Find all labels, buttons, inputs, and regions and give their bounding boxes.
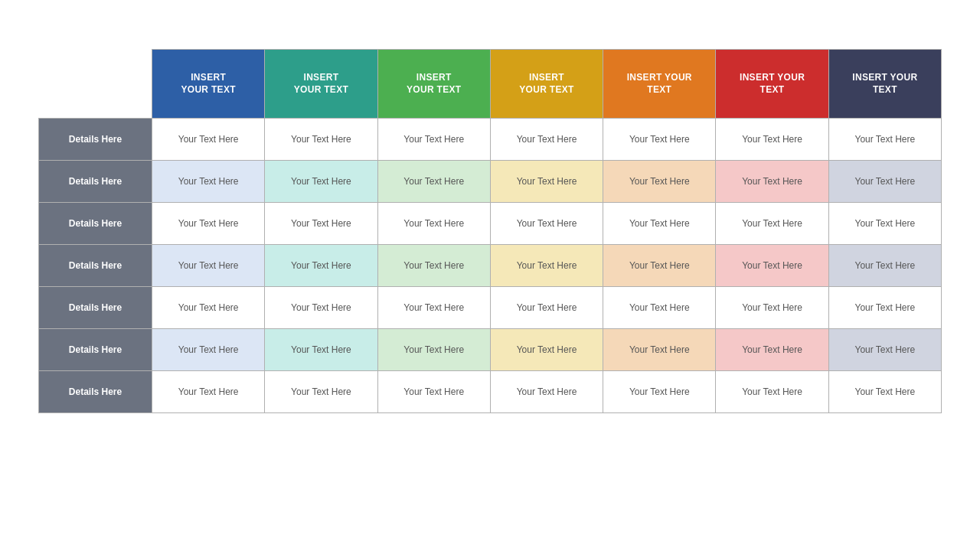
cell-r3-c3[interactable]: Your Text Here — [377, 203, 490, 245]
cell-r1-c6[interactable]: Your Text Here — [716, 119, 828, 161]
cell-r2-c5[interactable]: Your Text Here — [603, 161, 716, 203]
table-row: Details HereYour Text HereYour Text Here… — [39, 329, 942, 371]
cell-r5-c3[interactable]: Your Text Here — [377, 287, 490, 329]
cell-r5-c6[interactable]: Your Text Here — [716, 287, 828, 329]
cell-r7-c4[interactable]: Your Text Here — [490, 371, 603, 413]
cell-r3-c4[interactable]: Your Text Here — [490, 203, 603, 245]
cell-r2-c7[interactable]: Your Text Here — [828, 161, 941, 203]
page: INSERTYOUR TEXTINSERTYOUR TEXTINSERTYOUR… — [0, 0, 980, 551]
cell-r3-c1[interactable]: Your Text Here — [152, 203, 265, 245]
cell-r5-c4[interactable]: Your Text Here — [490, 287, 603, 329]
row-label-2: Details Here — [39, 161, 152, 203]
cell-r4-c3[interactable]: Your Text Here — [377, 245, 490, 287]
cell-r3-c7[interactable]: Your Text Here — [828, 203, 941, 245]
cell-r4-c6[interactable]: Your Text Here — [716, 245, 828, 287]
cell-r4-c4[interactable]: Your Text Here — [490, 245, 603, 287]
cell-r1-c1[interactable]: Your Text Here — [152, 119, 265, 161]
cell-r6-c6[interactable]: Your Text Here — [716, 329, 828, 371]
cell-r5-c1[interactable]: Your Text Here — [152, 287, 265, 329]
row-label-4: Details Here — [39, 245, 152, 287]
cell-r2-c6[interactable]: Your Text Here — [716, 161, 828, 203]
cell-r4-c7[interactable]: Your Text Here — [828, 245, 941, 287]
table-row: Details HereYour Text HereYour Text Here… — [39, 119, 942, 161]
cell-r6-c3[interactable]: Your Text Here — [377, 329, 490, 371]
column-header-2: INSERTYOUR TEXT — [265, 50, 377, 119]
cell-r5-c2[interactable]: Your Text Here — [265, 287, 377, 329]
cell-r1-c5[interactable]: Your Text Here — [603, 119, 716, 161]
cell-r2-c3[interactable]: Your Text Here — [377, 161, 490, 203]
cell-r3-c5[interactable]: Your Text Here — [603, 203, 716, 245]
table-row: Details HereYour Text HereYour Text Here… — [39, 203, 942, 245]
cell-r1-c7[interactable]: Your Text Here — [828, 119, 941, 161]
header — [38, 31, 942, 34]
cell-r6-c1[interactable]: Your Text Here — [152, 329, 265, 371]
cell-r6-c5[interactable]: Your Text Here — [603, 329, 716, 371]
cell-r3-c6[interactable]: Your Text Here — [716, 203, 828, 245]
cell-r2-c4[interactable]: Your Text Here — [490, 161, 603, 203]
cell-r6-c4[interactable]: Your Text Here — [490, 329, 603, 371]
column-header-6: INSERT YOURTEXT — [716, 50, 828, 119]
table-row: Details HereYour Text HereYour Text Here… — [39, 287, 942, 329]
cell-r1-c3[interactable]: Your Text Here — [377, 119, 490, 161]
column-header-5: INSERT YOURTEXT — [603, 50, 716, 119]
cell-r5-c7[interactable]: Your Text Here — [828, 287, 941, 329]
row-label-5: Details Here — [39, 287, 152, 329]
comparison-table: INSERTYOUR TEXTINSERTYOUR TEXTINSERTYOUR… — [38, 49, 942, 413]
cell-r1-c4[interactable]: Your Text Here — [490, 119, 603, 161]
cell-r7-c3[interactable]: Your Text Here — [377, 371, 490, 413]
cell-r2-c2[interactable]: Your Text Here — [265, 161, 377, 203]
row-label-6: Details Here — [39, 329, 152, 371]
cell-r6-c7[interactable]: Your Text Here — [828, 329, 941, 371]
cell-r7-c5[interactable]: Your Text Here — [603, 371, 716, 413]
column-header-1: INSERTYOUR TEXT — [152, 50, 265, 119]
cell-r7-c2[interactable]: Your Text Here — [265, 371, 377, 413]
cell-r6-c2[interactable]: Your Text Here — [265, 329, 377, 371]
table-row: Details HereYour Text HereYour Text Here… — [39, 245, 942, 287]
row-label-7: Details Here — [39, 371, 152, 413]
table-row: Details HereYour Text HereYour Text Here… — [39, 161, 942, 203]
cell-r7-c6[interactable]: Your Text Here — [716, 371, 828, 413]
cell-r1-c2[interactable]: Your Text Here — [265, 119, 377, 161]
row-label-3: Details Here — [39, 203, 152, 245]
column-header-3: INSERTYOUR TEXT — [377, 50, 490, 119]
cell-r4-c5[interactable]: Your Text Here — [603, 245, 716, 287]
cell-r5-c5[interactable]: Your Text Here — [603, 287, 716, 329]
cell-r7-c7[interactable]: Your Text Here — [828, 371, 941, 413]
cell-r7-c1[interactable]: Your Text Here — [152, 371, 265, 413]
cell-r4-c1[interactable]: Your Text Here — [152, 245, 265, 287]
header-empty-cell — [39, 50, 152, 119]
column-header-4: INSERTYOUR TEXT — [490, 50, 603, 119]
cell-r3-c2[interactable]: Your Text Here — [265, 203, 377, 245]
cell-r2-c1[interactable]: Your Text Here — [152, 161, 265, 203]
table-row: Details HereYour Text HereYour Text Here… — [39, 371, 942, 413]
column-header-7: INSERT YOURTEXT — [828, 50, 941, 119]
row-label-1: Details Here — [39, 119, 152, 161]
cell-r4-c2[interactable]: Your Text Here — [265, 245, 377, 287]
